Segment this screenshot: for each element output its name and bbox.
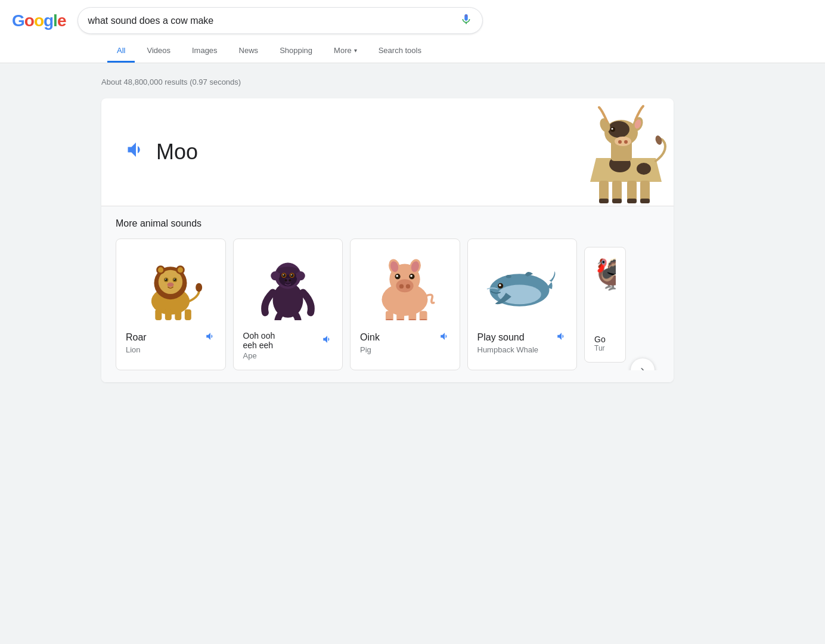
- svg-point-61: [399, 284, 404, 289]
- svg-rect-39: [165, 309, 172, 320]
- partial-sound: Go: [594, 335, 616, 344]
- svg-rect-38: [156, 309, 162, 320]
- svg-rect-76: [397, 319, 405, 320]
- whale-image: [477, 249, 567, 326]
- logo-o2: o: [34, 11, 44, 30]
- lion-sound: Roar: [126, 332, 147, 343]
- google-logo[interactable]: Google: [12, 11, 66, 30]
- ape-image: [243, 249, 333, 326]
- tab-search-tools[interactable]: Search tools: [369, 40, 431, 63]
- partial-and-arrow: 🦃 Go Tur ›: [584, 239, 659, 370]
- logo-o1: o: [24, 11, 34, 30]
- next-arrow-button[interactable]: ›: [631, 358, 655, 370]
- svg-rect-73: [409, 311, 417, 320]
- whale-sound-icon[interactable]: [556, 331, 567, 344]
- svg-point-57: [296, 271, 305, 280]
- logo-g2: g: [44, 11, 53, 30]
- svg-point-66: [410, 275, 412, 277]
- svg-point-0: [466, 16, 467, 17]
- svg-point-37: [178, 267, 183, 273]
- chevron-right-icon: ›: [640, 363, 644, 370]
- more-sounds-title: More animal sounds: [116, 218, 659, 229]
- pig-image: [360, 249, 450, 326]
- svg-point-33: [168, 283, 174, 287]
- chevron-down-icon: ▾: [354, 47, 357, 54]
- svg-rect-72: [397, 311, 405, 320]
- pig-name: Pig: [360, 345, 450, 354]
- ape-sound-icon[interactable]: [322, 334, 333, 347]
- tab-news[interactable]: News: [229, 40, 268, 63]
- svg-rect-40: [175, 309, 182, 320]
- logo-g: G: [12, 11, 24, 30]
- svg-point-62: [406, 284, 410, 289]
- moo-answer: Moo: [156, 140, 198, 165]
- svg-point-42: [196, 283, 202, 292]
- cow-image: [578, 98, 674, 206]
- tab-videos[interactable]: Videos: [137, 40, 180, 63]
- animal-card-lion[interactable]: Roar Lion: [116, 239, 226, 370]
- svg-point-51: [283, 274, 284, 275]
- results-stats: About 48,800,000 results (0.97 seconds): [101, 73, 724, 86]
- partial-name: Tur: [594, 344, 616, 352]
- lion-image: [126, 249, 216, 326]
- tab-shopping[interactable]: Shopping: [270, 40, 322, 63]
- main-content: About 48,800,000 results (0.97 seconds) …: [0, 63, 825, 401]
- svg-point-35: [158, 267, 163, 273]
- lion-name: Lion: [126, 345, 216, 354]
- svg-point-11: [612, 128, 613, 130]
- pig-svg: [369, 255, 441, 320]
- partial-animal-image: 🦃: [594, 257, 616, 335]
- svg-rect-20: [612, 199, 622, 203]
- ape-svg: [255, 255, 321, 320]
- lion-sound-row: Roar: [126, 331, 216, 344]
- tab-images[interactable]: Images: [182, 40, 227, 63]
- animal-cards: Roar Lion: [116, 239, 659, 370]
- tab-more[interactable]: More ▾: [324, 40, 367, 63]
- svg-point-31: [165, 279, 166, 280]
- featured-card: Moo: [101, 98, 674, 382]
- svg-point-49: [282, 274, 285, 277]
- svg-point-7: [615, 137, 631, 146]
- svg-rect-22: [640, 199, 650, 203]
- pig-sound-row: Oink: [360, 331, 450, 344]
- sound-icon[interactable]: [125, 139, 147, 166]
- lion-sound-icon[interactable]: [205, 331, 216, 344]
- whale-sound: Play sound: [477, 332, 525, 343]
- nav-tabs: All Videos Images News Shopping More ▾ S…: [107, 40, 813, 63]
- animal-card-pig[interactable]: Oink Pig: [350, 239, 460, 370]
- svg-point-55: [289, 279, 291, 281]
- partial-animal-emoji: 🦃: [594, 257, 616, 292]
- header-top: Google: [12, 7, 813, 34]
- svg-point-83: [505, 275, 511, 278]
- svg-rect-77: [409, 319, 417, 320]
- header: Google All Videos Images News: [0, 0, 825, 63]
- svg-rect-74: [420, 311, 427, 320]
- svg-point-65: [396, 275, 399, 277]
- mic-icon[interactable]: [460, 13, 473, 29]
- moo-left: Moo: [125, 139, 198, 166]
- animal-card-ape[interactable]: Ooh ooh eeh eeh Ape: [233, 239, 343, 370]
- svg-rect-19: [599, 199, 609, 203]
- moo-section[interactable]: Moo: [101, 98, 674, 206]
- svg-point-60: [396, 279, 414, 292]
- whale-svg: [483, 258, 561, 317]
- whale-sound-row: Play sound: [477, 331, 567, 344]
- search-bar: [77, 7, 483, 34]
- svg-rect-15: [599, 181, 609, 202]
- lion-svg: [138, 255, 203, 320]
- search-input[interactable]: [88, 16, 460, 26]
- svg-point-82: [499, 284, 501, 287]
- partial-card: 🦃 Go Tur: [584, 247, 626, 363]
- animal-card-whale[interactable]: Play sound Humpback Whale: [467, 239, 578, 370]
- more-sounds-section: More animal sounds: [101, 206, 674, 382]
- svg-rect-75: [386, 319, 393, 320]
- svg-point-9: [624, 140, 628, 144]
- svg-point-54: [284, 279, 287, 281]
- cow-svg: [578, 98, 674, 206]
- tab-all[interactable]: All: [107, 40, 135, 63]
- svg-rect-21: [627, 199, 637, 203]
- svg-point-52: [291, 274, 292, 275]
- whale-name: Humpback Whale: [477, 345, 567, 354]
- pig-sound-icon[interactable]: [439, 331, 450, 344]
- svg-rect-16: [612, 181, 622, 202]
